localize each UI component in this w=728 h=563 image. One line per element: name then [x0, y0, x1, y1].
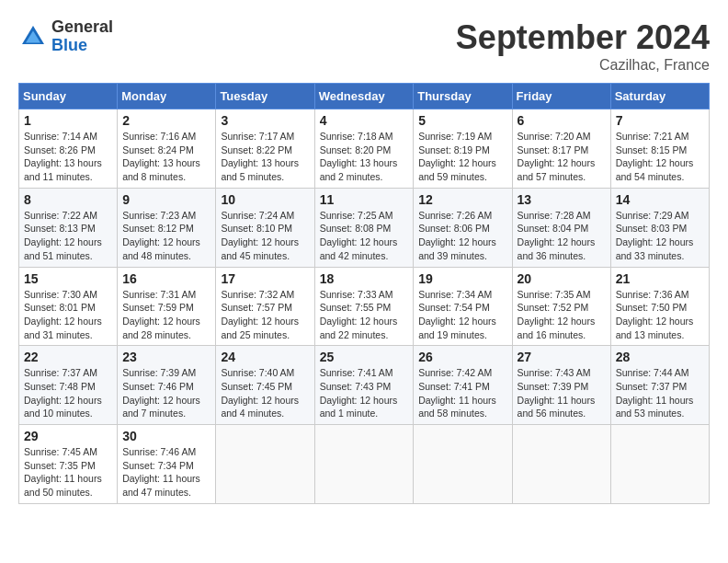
calendar-cell: 25 Sunrise: 7:41 AMSunset: 7:43 PMDaylig… [314, 346, 414, 425]
calendar-cell: 8 Sunrise: 7:22 AMSunset: 8:13 PMDayligh… [19, 188, 118, 267]
day-info: Sunrise: 7:14 AMSunset: 8:26 PMDaylight:… [24, 130, 112, 184]
day-number: 11 [320, 192, 409, 207]
weekday-header: Sunday [19, 84, 118, 109]
day-number: 29 [24, 429, 112, 443]
calendar-week-row: 22 Sunrise: 7:37 AMSunset: 7:48 PMDaylig… [19, 346, 710, 425]
weekday-header-row: SundayMondayTuesdayWednesdayThursdayFrid… [19, 84, 710, 109]
calendar-cell: 14 Sunrise: 7:29 AMSunset: 8:03 PMDaylig… [610, 188, 709, 267]
calendar-cell: 24 Sunrise: 7:40 AMSunset: 7:45 PMDaylig… [216, 346, 314, 425]
calendar-cell: 17 Sunrise: 7:32 AMSunset: 7:57 PMDaylig… [216, 267, 314, 346]
day-info: Sunrise: 7:31 AMSunset: 7:59 PMDaylight:… [122, 288, 210, 342]
calendar-cell [512, 425, 610, 504]
calendar-cell: 26 Sunrise: 7:42 AMSunset: 7:41 PMDaylig… [414, 346, 512, 425]
day-number: 23 [122, 350, 210, 364]
logo-general: General [51, 17, 113, 36]
day-number: 21 [616, 271, 704, 286]
day-number: 20 [518, 271, 606, 286]
calendar-cell: 6 Sunrise: 7:20 AMSunset: 8:17 PMDayligh… [512, 109, 610, 189]
calendar-cell: 2 Sunrise: 7:16 AMSunset: 8:24 PMDayligh… [118, 109, 216, 189]
logo-text: General Blue [51, 18, 113, 55]
weekday-header: Wednesday [314, 84, 414, 109]
calendar-cell [414, 425, 512, 504]
day-info: Sunrise: 7:26 AMSunset: 8:06 PMDaylight:… [418, 209, 506, 263]
calendar-week-row: 15 Sunrise: 7:30 AMSunset: 8:01 PMDaylig… [19, 267, 710, 346]
calendar-cell: 30 Sunrise: 7:46 AMSunset: 7:34 PMDaylig… [118, 425, 216, 504]
calendar-cell: 12 Sunrise: 7:26 AMSunset: 8:06 PMDaylig… [414, 188, 512, 267]
calendar-cell: 13 Sunrise: 7:28 AMSunset: 8:04 PMDaylig… [512, 188, 610, 267]
day-info: Sunrise: 7:30 AMSunset: 8:01 PMDaylight:… [24, 288, 112, 342]
calendar-cell [610, 425, 709, 504]
calendar-cell: 20 Sunrise: 7:35 AMSunset: 7:52 PMDaylig… [512, 267, 610, 346]
day-info: Sunrise: 7:34 AMSunset: 7:54 PMDaylight:… [418, 288, 506, 342]
day-info: Sunrise: 7:39 AMSunset: 7:46 PMDaylight:… [122, 366, 210, 420]
day-info: Sunrise: 7:29 AMSunset: 8:03 PMDaylight:… [616, 209, 704, 263]
calendar-cell: 10 Sunrise: 7:24 AMSunset: 8:10 PMDaylig… [216, 188, 314, 267]
day-info: Sunrise: 7:33 AMSunset: 7:55 PMDaylight:… [320, 288, 409, 342]
title-block: September 2024 Cazilhac, France [456, 18, 710, 74]
day-info: Sunrise: 7:22 AMSunset: 8:13 PMDaylight:… [24, 209, 112, 263]
day-info: Sunrise: 7:28 AMSunset: 8:04 PMDaylight:… [518, 209, 606, 263]
day-info: Sunrise: 7:35 AMSunset: 7:52 PMDaylight:… [518, 288, 606, 342]
day-number: 16 [122, 271, 210, 286]
weekday-header: Saturday [610, 84, 709, 109]
day-info: Sunrise: 7:36 AMSunset: 7:50 PMDaylight:… [616, 288, 704, 342]
calendar-cell: 18 Sunrise: 7:33 AMSunset: 7:55 PMDaylig… [314, 267, 414, 346]
day-number: 17 [221, 271, 309, 286]
calendar-cell: 19 Sunrise: 7:34 AMSunset: 7:54 PMDaylig… [414, 267, 512, 346]
day-number: 9 [122, 192, 210, 207]
day-number: 27 [518, 350, 606, 364]
day-number: 12 [418, 192, 506, 207]
logo-icon [18, 22, 48, 52]
calendar-cell: 29 Sunrise: 7:45 AMSunset: 7:35 PMDaylig… [19, 425, 118, 504]
calendar-cell: 21 Sunrise: 7:36 AMSunset: 7:50 PMDaylig… [610, 267, 709, 346]
calendar-cell: 23 Sunrise: 7:39 AMSunset: 7:46 PMDaylig… [118, 346, 216, 425]
calendar-table: SundayMondayTuesdayWednesdayThursdayFrid… [18, 83, 710, 504]
calendar-cell: 16 Sunrise: 7:31 AMSunset: 7:59 PMDaylig… [118, 267, 216, 346]
day-info: Sunrise: 7:37 AMSunset: 7:48 PMDaylight:… [24, 366, 112, 420]
day-number: 26 [418, 350, 506, 364]
day-number: 19 [418, 271, 506, 286]
day-number: 8 [24, 192, 112, 207]
calendar-cell: 15 Sunrise: 7:30 AMSunset: 8:01 PMDaylig… [19, 267, 118, 346]
calendar-cell: 11 Sunrise: 7:25 AMSunset: 8:08 PMDaylig… [314, 188, 414, 267]
day-info: Sunrise: 7:19 AMSunset: 8:19 PMDaylight:… [418, 130, 506, 184]
logo-blue: Blue [51, 36, 87, 54]
day-number: 15 [24, 271, 112, 286]
calendar-week-row: 29 Sunrise: 7:45 AMSunset: 7:35 PMDaylig… [19, 425, 710, 504]
day-info: Sunrise: 7:32 AMSunset: 7:57 PMDaylight:… [221, 288, 309, 342]
calendar-cell: 5 Sunrise: 7:19 AMSunset: 8:19 PMDayligh… [414, 109, 512, 189]
day-info: Sunrise: 7:46 AMSunset: 7:34 PMDaylight:… [122, 445, 210, 500]
logo: General Blue [18, 18, 113, 55]
weekday-header: Thursday [414, 84, 512, 109]
day-number: 30 [122, 429, 210, 443]
calendar-cell: 22 Sunrise: 7:37 AMSunset: 7:48 PMDaylig… [19, 346, 118, 425]
day-number: 24 [221, 350, 309, 364]
month-title: September 2024 [456, 18, 710, 57]
day-number: 6 [518, 113, 606, 128]
day-info: Sunrise: 7:25 AMSunset: 8:08 PMDaylight:… [320, 209, 409, 263]
day-number: 14 [616, 192, 704, 207]
day-info: Sunrise: 7:41 AMSunset: 7:43 PMDaylight:… [320, 366, 409, 420]
calendar-week-row: 8 Sunrise: 7:22 AMSunset: 8:13 PMDayligh… [19, 188, 710, 267]
day-info: Sunrise: 7:16 AMSunset: 8:24 PMDaylight:… [122, 130, 210, 184]
weekday-header: Monday [118, 84, 216, 109]
day-info: Sunrise: 7:23 AMSunset: 8:12 PMDaylight:… [122, 209, 210, 263]
day-number: 13 [518, 192, 606, 207]
day-info: Sunrise: 7:42 AMSunset: 7:41 PMDaylight:… [418, 366, 506, 420]
day-info: Sunrise: 7:17 AMSunset: 8:22 PMDaylight:… [221, 130, 309, 184]
location: Cazilhac, France [456, 57, 710, 74]
day-info: Sunrise: 7:45 AMSunset: 7:35 PMDaylight:… [24, 445, 112, 500]
day-number: 3 [221, 113, 309, 128]
calendar-week-row: 1 Sunrise: 7:14 AMSunset: 8:26 PMDayligh… [19, 109, 710, 189]
day-info: Sunrise: 7:44 AMSunset: 7:37 PMDaylight:… [616, 366, 704, 420]
day-number: 22 [24, 350, 112, 364]
page-header: General Blue September 2024 Cazilhac, Fr… [18, 18, 710, 74]
day-info: Sunrise: 7:40 AMSunset: 7:45 PMDaylight:… [221, 366, 309, 420]
weekday-header: Friday [512, 84, 610, 109]
calendar-cell: 4 Sunrise: 7:18 AMSunset: 8:20 PMDayligh… [314, 109, 414, 189]
day-number: 28 [616, 350, 704, 364]
calendar-cell: 3 Sunrise: 7:17 AMSunset: 8:22 PMDayligh… [216, 109, 314, 189]
day-info: Sunrise: 7:24 AMSunset: 8:10 PMDaylight:… [221, 209, 309, 263]
day-info: Sunrise: 7:43 AMSunset: 7:39 PMDaylight:… [518, 366, 606, 420]
day-info: Sunrise: 7:18 AMSunset: 8:20 PMDaylight:… [320, 130, 409, 184]
